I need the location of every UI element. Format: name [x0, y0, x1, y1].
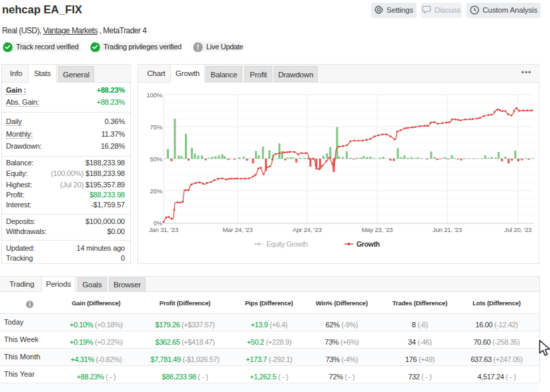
svg-text:Jun 21, '23: Jun 21, '23 [433, 226, 462, 233]
svg-text:25%: 25% [150, 187, 163, 195]
svg-text:50%: 50% [150, 155, 163, 163]
svg-text:Mar 24, '23: Mar 24, '23 [222, 226, 252, 233]
svg-text:75%: 75% [150, 123, 163, 131]
svg-text:Jan 31, '23: Jan 31, '23 [149, 226, 178, 233]
svg-text:Apr 24, '23: Apr 24, '23 [292, 226, 321, 233]
svg-text:0%: 0% [154, 219, 163, 227]
svg-text:May 23, '23: May 23, '23 [362, 226, 393, 233]
svg-text:Equity Growth: Equity Growth [266, 240, 308, 248]
svg-text:100%: 100% [147, 91, 163, 99]
svg-text:Growth: Growth [356, 240, 380, 248]
svg-text:Jul 20, '23: Jul 20, '23 [505, 226, 532, 233]
